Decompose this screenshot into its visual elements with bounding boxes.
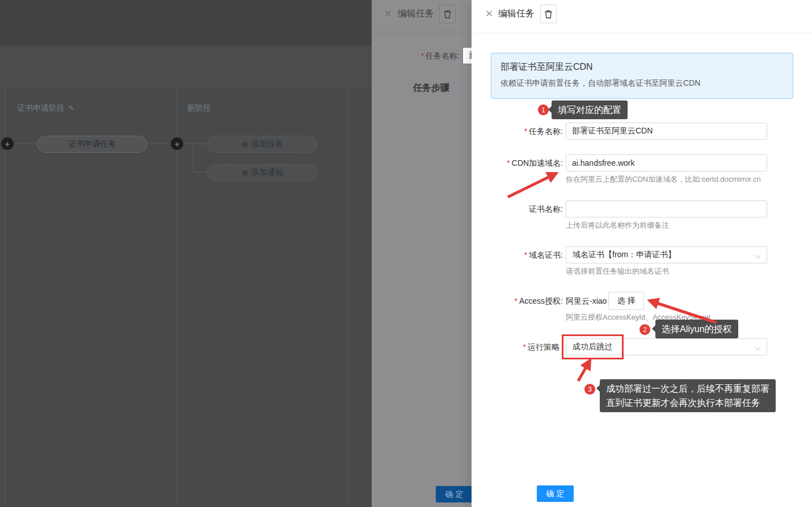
trash-icon xyxy=(443,10,452,19)
chevron-down-icon xyxy=(755,345,760,350)
annotation-badge-2: 2 xyxy=(639,324,650,335)
task-node-cert-request[interactable]: 证书申请任务 xyxy=(37,136,148,153)
edit-task-drawer: ✕ 编辑任务 部署证书至阿里云CDN 依赖证书申请前置任务，自动部署域名证书至阿… xyxy=(472,0,812,507)
drawer-title: 编辑任务 xyxy=(398,8,434,20)
edit-stage-icon[interactable]: ✎ xyxy=(68,104,74,112)
delete-task-button[interactable] xyxy=(439,5,456,23)
task-name-input[interactable] xyxy=(566,123,767,140)
stage2-title: 新阶段 xyxy=(187,103,211,114)
drawer-header: ✕ 编辑任务 xyxy=(472,0,812,32)
access-auth-value: 阿里云-xiao xyxy=(566,296,607,307)
domain-cert-hint: 请选择前置任务输出的域名证书 xyxy=(566,266,669,276)
annotation-tooltip-1: 填写对应的配置 xyxy=(552,100,628,119)
close-icon[interactable]: ✕ xyxy=(485,8,493,20)
annotation-tooltip-2: 选择Aliyun的授权 xyxy=(655,320,738,338)
stage1-title: 证书申请阶段✎ xyxy=(17,103,74,114)
confirm-button[interactable]: 确 定 xyxy=(537,485,574,502)
stage-column-divider xyxy=(347,86,348,507)
connector-line xyxy=(14,144,37,144)
annotation-highlight-box xyxy=(562,334,624,359)
access-auth-select-button[interactable]: 选 择 xyxy=(608,292,644,310)
drawer-title: 编辑任务 xyxy=(498,8,535,20)
add-notification-button[interactable]: ⊕ 添加通知 xyxy=(207,164,318,181)
domain-cert-select[interactable]: 域名证书【from：申请证书】 xyxy=(566,246,767,263)
cdn-domain-hint: 你在阿里云上配置的CDN加速域名，比如:certd.docmirror.cn xyxy=(566,174,761,185)
plugin-title: 部署证书至阿里云CDN xyxy=(500,61,593,73)
task-name-label: *任务名称: xyxy=(472,127,563,137)
annotation-tooltip-3: 成功部署过一次之后，后续不再重复部署 直到证书更新才会再次执行本部署任务 xyxy=(600,379,776,412)
circled-plus-icon: ⊕ xyxy=(242,168,249,177)
cdn-domain-label: *CDN加速域名: xyxy=(472,158,563,169)
confirm-button-behind[interactable]: 确 定 xyxy=(436,486,473,502)
cert-name-input[interactable] xyxy=(566,200,767,217)
access-auth-label: *Access授权: xyxy=(472,296,563,307)
app-viewport: 证书申请阶段✎ 新阶段 + + 证书申请任务 ⊕ 添加任务 ⊕ 添加通知 ✕ 编… xyxy=(0,0,812,507)
cert-name-hint: 上传后将以此名称作为前缀备注 xyxy=(566,220,669,231)
connector-line xyxy=(148,144,171,144)
field-label: *任务名称: xyxy=(372,51,460,61)
annotation-badge-3: 3 xyxy=(584,384,595,395)
annotation-badge-1: 1 xyxy=(538,104,549,115)
circled-plus-icon: ⊕ xyxy=(242,140,249,149)
trash-icon xyxy=(544,10,553,19)
cdn-domain-input[interactable] xyxy=(566,154,767,171)
arrow-to-cdn-domain xyxy=(508,174,556,197)
add-stage-button[interactable]: + xyxy=(1,137,14,150)
task-steps-heading: 任务步骤 xyxy=(413,82,449,94)
plugin-description: 依赖证书申请前置任务，自动部署域名证书至阿里云CDN xyxy=(500,78,700,89)
connector-line xyxy=(193,144,193,173)
add-stage-button[interactable]: + xyxy=(171,137,183,150)
chevron-down-icon xyxy=(755,253,760,258)
run-strategy-label: *运行策略 xyxy=(472,342,559,353)
arrow-to-run-strategy xyxy=(578,361,590,381)
delete-task-button[interactable] xyxy=(540,5,557,23)
close-icon[interactable]: ✕ xyxy=(384,8,392,20)
domain-cert-label: *域名证书: xyxy=(472,250,563,261)
connector-line xyxy=(183,144,207,144)
cert-name-label: 证书名称: xyxy=(472,204,563,215)
plugin-info-box: 部署证书至阿里云CDN 依赖证书申请前置任务，自动部署域名证书至阿里云CDN xyxy=(491,53,793,99)
add-task-button[interactable]: ⊕ 添加任务 xyxy=(207,136,318,153)
connector-line xyxy=(193,172,207,173)
